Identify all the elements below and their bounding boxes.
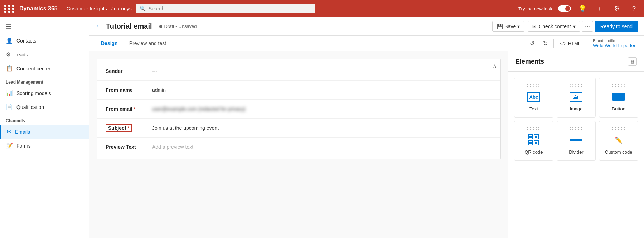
html-label: HTML (568, 41, 581, 46)
undo-button[interactable]: ↺ (527, 39, 537, 48)
status-dot (159, 25, 162, 28)
header-divider-1 (526, 22, 526, 31)
tabs-divider-2 (587, 39, 587, 48)
html-button[interactable]: </> HTML (557, 39, 584, 48)
consent-icon: 📋 (6, 65, 13, 72)
tabs-divider (553, 39, 554, 48)
lightbulb-icon[interactable]: 💡 (577, 3, 588, 14)
preview-text-value[interactable]: Add a preview text (152, 143, 492, 151)
check-content-label: Check content (539, 24, 571, 29)
settings-icon[interactable]: ⚙ (611, 3, 623, 14)
sidebar-label-emails: Emails (15, 129, 30, 135)
layout-toggle-button[interactable]: ▦ (628, 57, 637, 66)
sender-value[interactable]: --- (152, 67, 492, 75)
sidebar-item-emails[interactable]: ✉ Emails (0, 125, 89, 139)
contacts-icon: 👤 (6, 37, 13, 44)
qr-element-icon (527, 134, 541, 147)
check-content-button[interactable]: ✉ Check content ▾ (528, 21, 580, 32)
divider-dots (570, 127, 583, 130)
element-card-qr[interactable]: QR code (514, 121, 553, 161)
html-icon: </> (560, 41, 567, 46)
collapse-button[interactable]: ∧ (493, 63, 497, 69)
text-icon-visual: Abc (527, 92, 540, 102)
from-name-label: From name (106, 87, 152, 93)
preview-text-label: Preview Text (106, 144, 152, 150)
save-button[interactable]: 💾 Save ▾ (492, 21, 524, 32)
from-name-value[interactable]: admin (152, 86, 492, 94)
sidebar-item-qualification[interactable]: 📄 Qualification (0, 100, 89, 114)
form-row-from-email: From email * user@example.com (redacted … (97, 100, 500, 119)
text-dots (527, 84, 540, 87)
top-nav: Dynamics 365 Customer Insights - Journey… (0, 0, 644, 17)
search-input[interactable] (149, 6, 311, 11)
back-button[interactable]: ← (95, 23, 102, 30)
status-badge: Draft - Unsaved (159, 24, 197, 29)
emails-icon: ✉ (7, 128, 11, 135)
form-row-from-name: From name admin (97, 81, 500, 100)
element-card-image[interactable]: Image (557, 78, 596, 118)
subject-highlight-box: Subject * (106, 124, 132, 132)
save-icon: 💾 (497, 24, 503, 29)
element-card-text[interactable]: Abc Text (514, 78, 553, 118)
button-dots (612, 84, 625, 87)
brand-profile-value: Wide World Importer (593, 43, 635, 48)
form-row-subject: Subject * Join us at the upcoming event (97, 119, 500, 138)
redo-button[interactable]: ↻ (540, 39, 551, 48)
subject-value[interactable]: Join us at the upcoming event (152, 124, 492, 132)
form-inner: ∧ Sender --- From name (97, 59, 501, 159)
divider-element-icon (569, 134, 583, 147)
subject-label: Subject * (106, 124, 152, 132)
new-look-toggle[interactable] (558, 5, 571, 12)
sidebar-hamburger[interactable]: ☰ (0, 20, 89, 34)
button-element-icon (611, 90, 626, 103)
element-card-divider[interactable]: Divider (557, 121, 596, 161)
leads-icon: ⚙ (6, 51, 11, 58)
custom-icon-visual: ✏️ (612, 135, 625, 145)
sidebar-item-forms[interactable]: 📝 Forms (0, 139, 89, 153)
qr-element-label: QR code (524, 149, 543, 155)
sender-label: Sender (106, 68, 152, 74)
scoring-icon: 📊 (6, 90, 13, 96)
lead-management-header: Lead Management (0, 75, 89, 86)
add-icon[interactable]: ＋ (594, 3, 605, 14)
sidebar-item-consent-center[interactable]: 📋 Consent center (0, 61, 89, 75)
sidebar-item-contacts[interactable]: 👤 Contacts (0, 34, 89, 48)
tabs-bar: Design Preview and test ↺ ↻ </> HTML Bra… (89, 36, 644, 51)
help-icon[interactable]: ? (628, 3, 640, 14)
channels-header: Channels (0, 114, 89, 125)
more-options-button[interactable]: ⋯ (582, 21, 593, 32)
ready-to-send-button[interactable]: Ready to send (595, 21, 638, 32)
check-envelope-icon: ✉ (532, 24, 537, 29)
status-text: Draft - Unsaved (164, 24, 197, 29)
elements-grid: Abc Text Image (508, 72, 644, 167)
custom-element-icon: ✏️ (611, 134, 626, 147)
tab-preview-label: Preview and test (129, 40, 166, 46)
form-row-preview-text: Preview Text Add a preview text (97, 138, 500, 156)
elements-title: Elements (515, 58, 544, 65)
sidebar-label-scoring: Scoring models (16, 90, 51, 96)
image-element-label: Image (570, 106, 582, 111)
content-header: ← Tutorial email Draft - Unsaved 💾 Save … (89, 17, 644, 36)
sidebar-item-leads[interactable]: ⚙ Leads (0, 48, 89, 61)
sidebar: ☰ 👤 Contacts ⚙ Leads 📋 Consent center Le… (0, 17, 89, 238)
qualification-icon: 📄 (6, 104, 13, 110)
element-card-button[interactable]: Button (599, 78, 638, 118)
subject-required: * (127, 125, 129, 131)
form-content-area: ∧ Sender --- From name (89, 51, 644, 238)
tab-preview[interactable]: Preview and test (124, 37, 172, 50)
tabs-right-actions: ↺ ↻ </> HTML Brand profile Wide World Im… (527, 39, 638, 48)
element-card-custom[interactable]: ✏️ Custom code (599, 121, 638, 161)
header-actions: 💾 Save ▾ ✉ Check content ▾ ⋯ Ready to se… (492, 21, 638, 32)
page-title: Tutorial email (106, 22, 152, 30)
sidebar-label-consent: Consent center (16, 66, 50, 71)
from-email-value[interactable]: user@example.com (redacted for privacy) (152, 105, 492, 113)
brand-profile-label: Brand profile (593, 39, 635, 43)
sidebar-label-contacts: Contacts (16, 38, 36, 44)
sidebar-item-scoring-models[interactable]: 📊 Scoring models (0, 86, 89, 100)
tab-design[interactable]: Design (95, 37, 124, 50)
divider-element-label: Divider (569, 149, 583, 155)
app-launcher-icon[interactable] (4, 5, 15, 13)
search-bar[interactable]: 🔍 (136, 4, 315, 13)
ready-to-send-label: Ready to send (600, 24, 633, 29)
button-element-label: Button (612, 106, 625, 111)
